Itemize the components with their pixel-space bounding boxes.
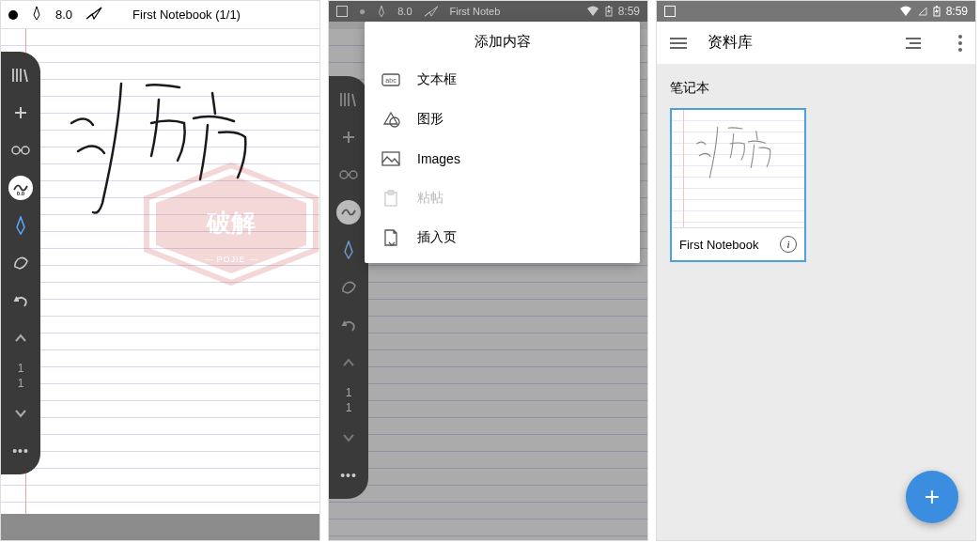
page-title: 资料库: [708, 33, 885, 53]
page-indicator[interactable]: 1 1: [7, 364, 35, 388]
glasses-icon[interactable]: [334, 163, 363, 187]
more-icon[interactable]: •••: [7, 439, 35, 463]
add-icon[interactable]: [7, 101, 35, 125]
popup-item-label: 粘帖: [417, 190, 443, 207]
overflow-menu-icon[interactable]: [958, 35, 962, 52]
signal-icon: [918, 7, 927, 16]
library-header: 资料库: [657, 22, 975, 65]
fab-add-button[interactable]: +: [906, 471, 958, 523]
more-icon[interactable]: •••: [334, 463, 363, 488]
svg-text:0.0: 0.0: [17, 191, 25, 196]
screen-library: 8:59 资料库 笔记本: [656, 0, 976, 541]
notebook-name: First Notebook: [679, 238, 759, 252]
pen-size-icon[interactable]: [31, 6, 42, 23]
svg-text:abc: abc: [385, 77, 397, 84]
svg-text:— POJIE —: — POJIE —: [204, 255, 258, 264]
record-dot-icon[interactable]: [8, 10, 18, 20]
screen-add-content: ● 8.0 First Noteb 8:59 1 1: [328, 0, 648, 541]
status-bar: 8:59: [657, 1, 975, 22]
battery-icon: [933, 6, 941, 17]
popup-item-images[interactable]: Images: [365, 139, 640, 178]
view-list-icon[interactable]: [906, 38, 921, 49]
status-time: 8:59: [946, 5, 968, 18]
svg-point-9: [340, 171, 348, 178]
library-icon[interactable]: [7, 63, 35, 87]
library-body: 笔记本 First Notebook i +: [657, 65, 975, 541]
status-time: 8:59: [618, 5, 640, 18]
glasses-icon[interactable]: [7, 138, 35, 163]
popup-item-label: 文本框: [417, 71, 457, 88]
popup-item-label: 插入页: [417, 229, 457, 246]
zoom-value: 8.0: [55, 8, 72, 22]
insert-page-icon: [381, 229, 400, 246]
watermark-icon: 破解 — POJIE —: [132, 161, 320, 292]
svg-point-5: [22, 147, 29, 154]
svg-rect-8: [608, 6, 610, 8]
tool-sidebar: 0.0 1 1 •••: [1, 52, 40, 474]
send-icon[interactable]: [86, 7, 102, 23]
canvas-area[interactable]: 破解 — POJIE —: [1, 29, 319, 514]
tool-sidebar: 1 1 •••: [329, 76, 368, 499]
pen-size-icon: [377, 5, 386, 18]
svg-text:破解: 破解: [206, 209, 256, 237]
info-icon[interactable]: i: [780, 236, 797, 253]
svg-point-10: [350, 171, 357, 178]
brush-settings-icon[interactable]: [336, 200, 361, 225]
popup-item-label: 图形: [417, 111, 443, 128]
canvas-area-dimmed: 1 1 ••• 添加内容 abc 文本框 图形 Images: [329, 22, 647, 541]
paste-icon: [381, 190, 400, 207]
library-icon[interactable]: [334, 87, 363, 112]
notebook-footer: First Notebook i: [672, 228, 804, 260]
page-down-icon[interactable]: [334, 426, 363, 450]
wifi-icon: [586, 6, 599, 17]
eraser-icon[interactable]: [7, 251, 35, 275]
send-icon: [424, 6, 439, 17]
section-title: 笔记本: [670, 80, 962, 97]
wifi-icon: [899, 6, 912, 17]
popup-item-label: Images: [417, 151, 460, 166]
app-icon: [664, 6, 676, 17]
notebook-thumbnail: [672, 110, 804, 228]
brush-settings-icon[interactable]: 0.0: [8, 176, 33, 200]
svg-point-4: [12, 147, 20, 154]
svg-rect-18: [936, 6, 938, 8]
page-up-icon[interactable]: [7, 326, 35, 350]
app-icon: [336, 6, 348, 17]
popup-item-shape[interactable]: 图形: [365, 100, 640, 139]
page-down-icon[interactable]: [7, 401, 35, 426]
battery-icon: [605, 6, 613, 17]
hamburger-icon[interactable]: [670, 38, 687, 49]
add-icon[interactable]: [334, 125, 363, 149]
undo-icon[interactable]: [7, 288, 35, 313]
popup-item-paste: 粘帖: [365, 178, 640, 218]
textbox-icon: abc: [381, 71, 400, 88]
editor-footer: [1, 514, 319, 541]
page-up-icon[interactable]: [334, 350, 363, 375]
editor-header: 8.0 First Notebook (1/1): [1, 1, 319, 29]
screen-editor: 8.0 First Notebook (1/1): [0, 0, 320, 541]
popup-title: 添加内容: [365, 22, 640, 60]
notebook-title[interactable]: First Notebook (1/1): [132, 8, 241, 22]
undo-icon[interactable]: [334, 313, 363, 337]
pen-tool-icon[interactable]: [7, 213, 35, 238]
status-bar: ● 8.0 First Noteb 8:59: [329, 1, 647, 22]
page-indicator[interactable]: 1 1: [334, 388, 363, 412]
image-icon: [381, 150, 400, 167]
notebook-card[interactable]: First Notebook i: [670, 108, 806, 262]
popup-item-insert-page[interactable]: 插入页: [365, 218, 640, 257]
popup-item-textbox[interactable]: abc 文本框: [365, 60, 640, 100]
eraser-icon[interactable]: [334, 275, 363, 300]
add-content-popup: 添加内容 abc 文本框 图形 Images 粘帖 插入页: [365, 22, 640, 263]
shape-icon: [381, 111, 400, 128]
pen-tool-icon[interactable]: [334, 238, 363, 262]
